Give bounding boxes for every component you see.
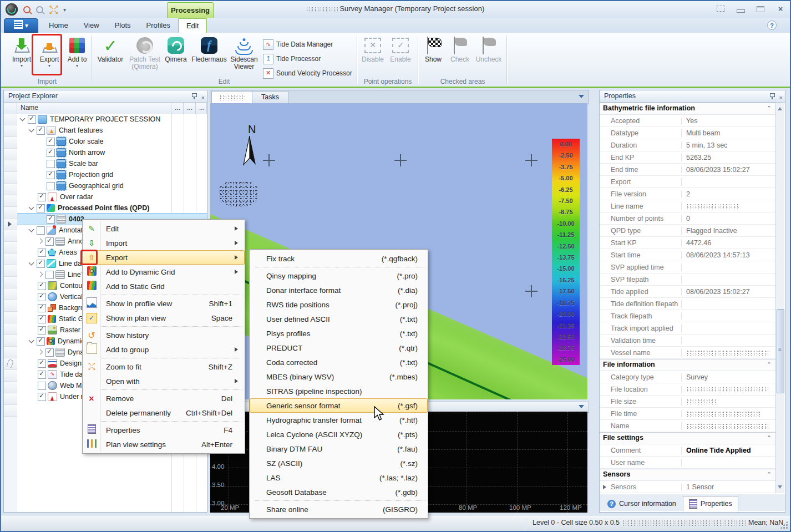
- menu-item-sitras-pipeline-inspection[interactable]: SITRAS (pipeline inspection): [250, 384, 428, 398]
- uncheck-button[interactable]: Uncheck: [473, 35, 504, 63]
- tree-checkbox[interactable]: [38, 304, 46, 312]
- property-row-user-name[interactable]: User name: [600, 457, 776, 469]
- tab-cursor-information[interactable]: ? Cursor information: [602, 496, 682, 511]
- menu-item-properties[interactable]: PropertiesF4: [83, 423, 245, 437]
- validator-button[interactable]: ✓ Validator: [95, 35, 125, 63]
- menu-item-add-to-group[interactable]: Add to group: [83, 342, 245, 357]
- maximize-button[interactable]: [754, 4, 767, 13]
- tide-processor-button[interactable]: ↥Tide Processor: [263, 52, 357, 65]
- tree-row-header[interactable]: [4, 312, 17, 323]
- menu-item-user-defined-ascii[interactable]: User defined ASCII(*.txt): [250, 312, 428, 326]
- property-row-end-time[interactable]: End time08/06/2023 15:02:27: [600, 164, 776, 176]
- tree-row-header[interactable]: [4, 137, 17, 149]
- menu-item-share-online[interactable]: Share online(GISGRO): [250, 502, 428, 516]
- property-row-tide-applied[interactable]: Tide applied08/06/2023 15:02:27: [600, 286, 776, 298]
- add-to-button[interactable]: Add to▾: [62, 35, 92, 68]
- fullscreen-button[interactable]: [717, 6, 724, 12]
- import-button[interactable]: Import▾: [7, 35, 37, 68]
- menu-item-las[interactable]: LAS(*.las; *.laz): [250, 470, 428, 485]
- tree-checkbox[interactable]: [47, 171, 55, 179]
- tree-row-header[interactable]: [4, 219, 17, 230]
- zoom-fit-icon[interactable]: ↖↗↙↘: [49, 5, 58, 14]
- column-header-3[interactable]: ...: [196, 103, 207, 114]
- tree-checkbox[interactable]: [37, 260, 45, 268]
- tree-row-header[interactable]: [4, 195, 17, 207]
- profile-dropdown-icon[interactable]: [579, 405, 584, 411]
- application-menu-button[interactable]: ▾: [4, 18, 38, 33]
- tree-row-header[interactable]: [4, 265, 17, 277]
- menu-item-donar-interface-format[interactable]: Donar interface format(*.dia): [250, 283, 428, 297]
- tree-checkbox[interactable]: [38, 315, 46, 323]
- tree-row-header[interactable]: [4, 382, 17, 393]
- tide-data-manager-button[interactable]: ∿Tide Data Manager: [263, 38, 357, 51]
- tree-item-temporary-project-session[interactable]: TEMPORARY PROJECT SESSION: [17, 114, 207, 125]
- menu-item-open-with[interactable]: Open with: [83, 374, 245, 388]
- menu-item-edit[interactable]: ✎Edit: [83, 221, 245, 236]
- section-header-bathymetric-file-information[interactable]: Bathymetric file information⌃: [600, 103, 776, 115]
- pin-icon[interactable]: [769, 92, 775, 100]
- menu-item-sz-ascii[interactable]: SZ (ASCII)(*.sz): [250, 456, 428, 470]
- tree-row-header[interactable]: [4, 160, 17, 172]
- tree-checkbox[interactable]: [47, 138, 55, 146]
- close-button[interactable]: ×: [774, 4, 787, 13]
- menu-item-hydrographic-transfer-format[interactable]: Hydrographic transfer format(*.htf): [250, 413, 428, 427]
- expander-icon[interactable]: [37, 349, 44, 356]
- column-header-1[interactable]: ...: [171, 103, 184, 114]
- tree-item-over-radar[interactable]: Over radar: [17, 191, 207, 202]
- tree-checkbox[interactable]: [38, 359, 46, 368]
- menu-item-add-to-dynamic-grid[interactable]: Add to Dynamic Grid: [83, 265, 245, 279]
- tree-row-header[interactable]: [4, 358, 17, 370]
- menu-item-mbes-binary-wsv[interactable]: MBES (binary WSV)(*.mbes): [250, 369, 428, 384]
- property-row-datatype[interactable]: DatatypeMulti beam: [600, 127, 776, 139]
- tree-checkbox[interactable]: [47, 215, 55, 224]
- tree-row-header[interactable]: [4, 393, 17, 405]
- tree-row-header[interactable]: [4, 125, 17, 137]
- tree-checkbox[interactable]: [38, 326, 46, 335]
- property-row-file-version[interactable]: File version2: [600, 188, 776, 200]
- menu-item-pisys-profiles[interactable]: Pisys profiles(*.txt): [250, 326, 428, 341]
- expander-icon[interactable]: [28, 127, 35, 134]
- property-row-start-kp[interactable]: Start KP4472.46: [600, 237, 776, 249]
- column-header-2[interactable]: ...: [184, 103, 196, 114]
- patch-test-button[interactable]: Patch Test (Qimera): [126, 35, 163, 70]
- property-row-file-time[interactable]: File time: [600, 408, 776, 420]
- check-button[interactable]: Check: [447, 35, 473, 63]
- menu-item-binary-dtm-fau[interactable]: Binary DTM FAU(*.fau): [250, 442, 428, 456]
- property-row-tide-definition-filepath[interactable]: Tide definition filepath: [600, 298, 776, 310]
- tree-checkbox[interactable]: [47, 182, 55, 190]
- column-header-name[interactable]: Name: [17, 103, 171, 114]
- menu-item-coda-corrected[interactable]: Coda corrected(*.txt): [250, 355, 428, 369]
- tab-view[interactable]: View: [76, 18, 107, 33]
- menu-item-delete-permanently[interactable]: Delete permanentlyCtrl+Shift+Del: [83, 406, 245, 420]
- tree-row-header[interactable]: [4, 184, 17, 195]
- tree-row-header[interactable]: [4, 323, 17, 335]
- fledermaus-button[interactable]: f Fledermaus: [190, 35, 229, 63]
- tree-checkbox[interactable]: [47, 149, 55, 157]
- collapse-icon[interactable]: ⌃: [767, 103, 772, 114]
- menu-item-leica-cyclone-ascii-xyzq[interactable]: Leica Cyclone (ASCII XYZQ)(*.pts): [250, 427, 428, 442]
- tree-row-header[interactable]: [4, 230, 17, 242]
- tree-checkbox[interactable]: [38, 382, 46, 390]
- tab-tasks[interactable]: Tasks: [252, 91, 288, 104]
- tree-checkbox[interactable]: [45, 237, 54, 246]
- menu-item-generic-sensor-format[interactable]: Generic sensor format(*.gsf): [250, 398, 428, 413]
- property-row-category-type[interactable]: Category typeSurvey: [600, 371, 776, 383]
- export-button[interactable]: Export▾: [34, 35, 64, 68]
- collapse-icon[interactable]: ⌃: [767, 359, 772, 370]
- menu-item-remove[interactable]: ×RemoveDel: [83, 391, 245, 406]
- property-row-svp-applied-time[interactable]: SVP applied time: [600, 261, 776, 273]
- tree-checkbox[interactable]: [38, 282, 46, 290]
- expander-icon[interactable]: [28, 260, 35, 267]
- property-row-vessel-name[interactable]: Vessel name: [600, 347, 776, 359]
- property-row-sensors[interactable]: Sensors1 Sensor: [600, 481, 776, 493]
- tree-item-processed-point-files-qpd[interactable]: Processed Point files (QPD): [17, 202, 207, 214]
- disable-button[interactable]: ✕ Disable: [359, 35, 387, 63]
- tree-checkbox[interactable]: [37, 204, 45, 212]
- tree-row-header[interactable]: [4, 254, 17, 265]
- tree-row-header[interactable]: [4, 242, 17, 254]
- pin-icon[interactable]: [191, 92, 197, 100]
- tree-item-projection-grid[interactable]: Projection grid: [17, 169, 207, 180]
- tree-checkbox[interactable]: [47, 160, 55, 168]
- tree-checkbox[interactable]: [38, 293, 46, 301]
- tree-checkbox[interactable]: [28, 115, 36, 124]
